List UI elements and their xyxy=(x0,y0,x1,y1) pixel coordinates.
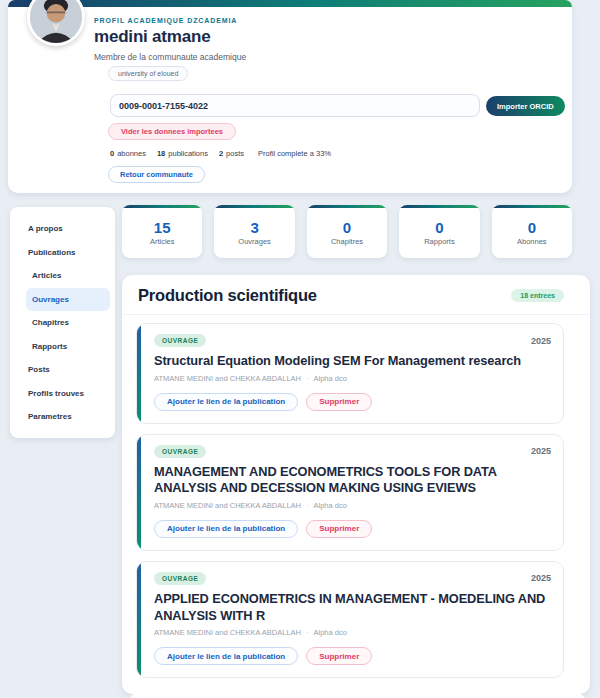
clear-imported-data-button[interactable]: Vider les donnees importees xyxy=(108,123,236,140)
sidebar-item[interactable]: Profils trouves xyxy=(22,382,110,406)
separator-dot: · xyxy=(306,374,309,383)
card-accent-bar xyxy=(137,562,141,677)
header-stat-count: 0 xyxy=(110,149,114,158)
sidebar-item[interactable]: Publications xyxy=(22,241,110,265)
stat-card: 15 Articles xyxy=(122,205,202,258)
stat-card: 0 Chapitres xyxy=(307,205,387,258)
stat-card-label: Articles xyxy=(150,237,175,246)
publication-publisher: Alpha dco xyxy=(314,501,347,510)
header-stat-label: Profil complete a 33% xyxy=(258,149,331,158)
orcid-input[interactable] xyxy=(110,94,480,117)
next-section-card-edge xyxy=(130,693,585,698)
publication-year: 2025 xyxy=(531,446,551,456)
stat-card: 3 Ouvrages xyxy=(214,205,294,258)
entries-count-badge: 18 entrees xyxy=(511,289,564,302)
profile-header-card: PROFIL ACADEMIQUE DZCADEMIA medini atman… xyxy=(8,0,572,193)
publication-title: APPLIED ECONOMETRICS IN MANAGEMENT - MOE… xyxy=(154,591,551,624)
stat-card: 0 Abonnes xyxy=(492,205,572,258)
production-header: Production scientifique 18 entrees xyxy=(122,275,590,315)
stat-card-value: 3 xyxy=(250,220,258,235)
profile-subtitle: Membre de la communaute academique xyxy=(94,52,246,62)
sidebar-item-label: Rapports xyxy=(32,342,67,351)
publication-title: Structural Equation Modeling SEM For Man… xyxy=(154,353,551,370)
sidebar-item[interactable]: Rapports xyxy=(26,335,110,359)
header-gradient-bar xyxy=(8,0,572,7)
card-accent-bar xyxy=(137,435,141,550)
publication-authors: ATMANE MEDINI and CHEKKA ABDALLAH xyxy=(154,628,301,637)
import-orcid-button[interactable]: Importer ORCID xyxy=(486,96,565,116)
stat-card: 0 Rapports xyxy=(399,205,479,258)
publication-byline: ATMANE MEDINI and CHEKKA ABDALLAH · Alph… xyxy=(154,628,551,637)
header-stat-item: 2 posts xyxy=(219,149,244,158)
publication-year: 2025 xyxy=(531,573,551,583)
sidebar-item-label: Posts xyxy=(28,365,50,374)
sidebar-nav: A propos Publications Articles Ouvrages … xyxy=(10,207,115,438)
header-stats: 0 abonnes 18 publications 2 posts Profil… xyxy=(110,149,331,158)
stat-card-value: 0 xyxy=(435,220,443,235)
publication-card-top: OUVRAGE 2025 xyxy=(154,445,551,458)
publication-byline: ATMANE MEDINI and CHEKKA ABDALLAH · Alph… xyxy=(154,374,551,383)
stat-card-label: Chapitres xyxy=(331,237,363,246)
stat-card-value: 15 xyxy=(154,220,171,235)
sidebar-item-label: Profils trouves xyxy=(28,389,84,398)
production-section: Production scientifique 18 entrees OUVRA… xyxy=(122,275,590,694)
sidebar-item[interactable]: Articles xyxy=(26,264,110,288)
header-stat-count: 2 xyxy=(219,149,223,158)
back-to-community-link[interactable]: Retour communaute xyxy=(108,166,205,183)
publication-year: 2025 xyxy=(531,336,551,346)
profile-page: PROFIL ACADEMIQUE DZCADEMIA medini atman… xyxy=(0,0,600,698)
publication-authors: ATMANE MEDINI and CHEKKA ABDALLAH xyxy=(154,374,301,383)
header-stat-label: posts xyxy=(226,149,244,158)
sidebar-item-label: Parametres xyxy=(28,412,72,421)
publication-byline: ATMANE MEDINI and CHEKKA ABDALLAH · Alph… xyxy=(154,501,551,510)
sidebar-item[interactable]: Parametres xyxy=(22,405,110,429)
publication-type-badge: OUVRAGE xyxy=(154,572,206,585)
publication-card-top: OUVRAGE 2025 xyxy=(154,334,551,347)
publication-card: OUVRAGE 2025 Structural Equation Modelin… xyxy=(136,323,564,424)
add-publication-link-button[interactable]: Ajouter le lien de la publication xyxy=(154,520,298,538)
card-accent-bar xyxy=(137,324,141,423)
profile-name: medini atmane xyxy=(94,27,210,47)
sidebar-item-label: A propos xyxy=(28,224,63,233)
sidebar-item-label: Publications xyxy=(28,248,76,257)
publication-card: OUVRAGE 2025 APPLIED ECONOMETRICS IN MAN… xyxy=(136,561,564,678)
sidebar-item-label: Chapitres xyxy=(32,318,69,327)
stat-cards-row: 15 Articles 3 Ouvrages 0 Chapitres 0 Rap… xyxy=(122,205,572,258)
publications-list: OUVRAGE 2025 Structural Equation Modelin… xyxy=(122,323,590,678)
header-stat-count: 18 xyxy=(157,149,165,158)
add-publication-link-button[interactable]: Ajouter le lien de la publication xyxy=(154,393,298,411)
delete-publication-button[interactable]: Supprimer xyxy=(306,393,372,411)
sidebar-item[interactable]: Ouvrages xyxy=(26,288,110,312)
publication-publisher: Alpha dco xyxy=(314,374,347,383)
delete-publication-button[interactable]: Supprimer xyxy=(306,647,372,665)
add-publication-link-button[interactable]: Ajouter le lien de la publication xyxy=(154,647,298,665)
avatar xyxy=(27,0,85,46)
production-title: Production scientifique xyxy=(138,286,317,305)
publication-type-badge: OUVRAGE xyxy=(154,334,206,347)
publication-actions: Ajouter le lien de la publication Suppri… xyxy=(154,520,551,538)
sidebar-item-label: Articles xyxy=(32,271,61,280)
publication-publisher: Alpha dco xyxy=(314,628,347,637)
delete-publication-button[interactable]: Supprimer xyxy=(306,520,372,538)
avatar-portrait-image xyxy=(30,0,82,43)
header-stat-item: 18 publications xyxy=(157,149,208,158)
publication-actions: Ajouter le lien de la publication Suppri… xyxy=(154,647,551,665)
separator-dot: · xyxy=(306,501,309,510)
profile-eyebrow: PROFIL ACADEMIQUE DZCADEMIA xyxy=(94,17,237,24)
stat-card-label: Abonnes xyxy=(517,237,547,246)
stat-card-value: 0 xyxy=(343,220,351,235)
header-stat-item: 0 abonnes xyxy=(110,149,146,158)
sidebar-item-label: Ouvrages xyxy=(32,295,69,304)
separator-dot: · xyxy=(306,628,309,637)
publication-type-badge: OUVRAGE xyxy=(154,445,206,458)
header-stat-item: Profil complete a 33% xyxy=(255,149,331,158)
publication-authors: ATMANE MEDINI and CHEKKA ABDALLAH xyxy=(154,501,301,510)
publication-title: MANAGEMENT AND ECONOMETRICS TOOLS FOR DA… xyxy=(154,464,551,497)
header-stat-label: publications xyxy=(168,149,208,158)
affiliation-badge: university of eloued xyxy=(108,66,188,81)
publication-card: OUVRAGE 2025 MANAGEMENT AND ECONOMETRICS… xyxy=(136,434,564,551)
stat-card-value: 0 xyxy=(528,220,536,235)
sidebar-item[interactable]: A propos xyxy=(22,217,110,241)
sidebar-item[interactable]: Posts xyxy=(22,358,110,382)
sidebar-item[interactable]: Chapitres xyxy=(26,311,110,335)
